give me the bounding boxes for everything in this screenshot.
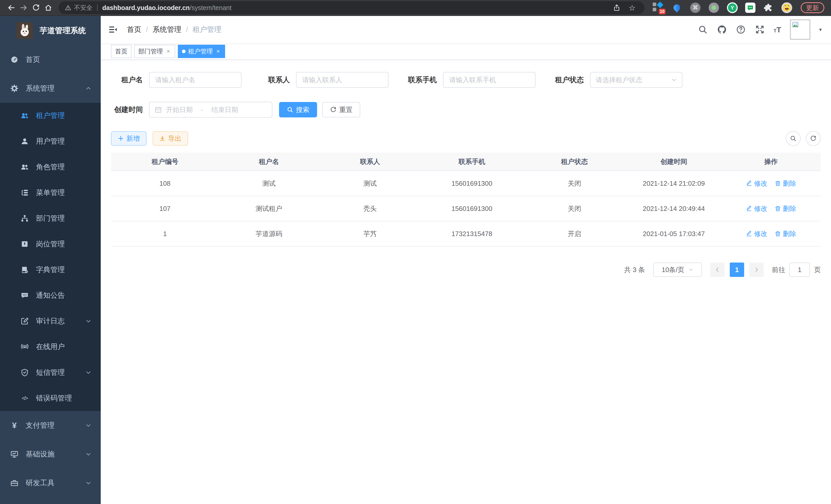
- date-separator: -: [201, 106, 203, 114]
- sidebar-item-system[interactable]: 系统管理: [0, 74, 101, 103]
- sidebar-item-post[interactable]: 岗位管理: [0, 231, 101, 257]
- table-row[interactable]: 108 测试 测试 15601691300 关闭 2021-12-14 21:0…: [111, 171, 821, 196]
- sidebar-item-infrastructure[interactable]: 基础设施: [0, 440, 101, 469]
- cell-tenant-id: 1: [111, 230, 219, 238]
- page-url[interactable]: dashboard.yudao.iocoder.cn/system/tenant: [102, 4, 231, 11]
- add-button[interactable]: 新增: [111, 131, 146, 146]
- table-toolbar: 新增 导出: [111, 131, 821, 146]
- extension-record-icon[interactable]: [708, 2, 719, 13]
- cell-mobile: 17321315478: [421, 230, 523, 238]
- sidebar-item-home[interactable]: 首页: [0, 45, 101, 74]
- cell-contact: 测试: [319, 179, 421, 188]
- browser-back-icon[interactable]: [5, 2, 18, 14]
- extension-y-icon[interactable]: Y: [727, 2, 738, 13]
- create-time-range-picker[interactable]: 开始日期 - 结束日期: [149, 102, 273, 118]
- status-select[interactable]: 请选择租户状态: [590, 72, 683, 88]
- sidebar-item-dept[interactable]: 部门管理: [0, 206, 101, 231]
- sidebar-item-audit-log[interactable]: 审计日志: [0, 308, 101, 334]
- sidebar-item-payment[interactable]: ¥ 支付管理: [0, 411, 101, 440]
- toggle-search-button[interactable]: [786, 131, 801, 146]
- breadcrumb-current: 租户管理: [193, 25, 222, 34]
- browser-update-button[interactable]: 更新: [801, 2, 824, 13]
- delete-link[interactable]: 删除: [775, 179, 796, 188]
- sidebar-item-role[interactable]: 角色管理: [0, 154, 101, 180]
- prev-page-button[interactable]: [710, 263, 725, 277]
- header-search-icon[interactable]: [698, 24, 708, 35]
- search-button[interactable]: 搜索: [279, 102, 317, 117]
- edit-link[interactable]: 修改: [746, 179, 768, 188]
- browser-reload-icon[interactable]: [30, 2, 42, 14]
- extension-pin-icon[interactable]: [671, 2, 683, 13]
- extension-grid-icon[interactable]: 10: [653, 2, 664, 13]
- extension-chat-icon[interactable]: [745, 3, 755, 13]
- goto-page-input[interactable]: [790, 263, 810, 277]
- text-size-icon[interactable]: TT: [774, 25, 781, 34]
- browser-forward-icon[interactable]: [18, 2, 30, 14]
- tab-dept[interactable]: 部门管理 ×: [134, 45, 175, 58]
- avatar[interactable]: [790, 19, 810, 40]
- sidebar-item-user[interactable]: 用户管理: [0, 128, 101, 154]
- share-icon[interactable]: [610, 2, 623, 14]
- mobile-input[interactable]: [443, 72, 536, 88]
- security-label[interactable]: 不安全: [74, 4, 92, 12]
- tags-view-bar: 首页 部门管理 × 租户管理 ×: [101, 43, 831, 60]
- tab-tenant[interactable]: 租户管理 ×: [178, 45, 225, 58]
- tab-home[interactable]: 首页: [111, 45, 132, 58]
- close-icon[interactable]: ×: [166, 48, 171, 55]
- sidebar-item-error-code[interactable]: </> 错误码管理: [0, 385, 101, 411]
- delete-link[interactable]: 删除: [775, 229, 796, 238]
- system-submenu: 租户管理 用户管理 角色管理 菜单管理: [0, 103, 101, 411]
- close-icon[interactable]: ×: [215, 48, 221, 55]
- table-row[interactable]: 1 芋道源码 芋艿 17321315478 开启 2021-01-05 17:0…: [111, 221, 821, 246]
- app-logo-row[interactable]: 芋道管理系统: [0, 16, 101, 45]
- github-icon[interactable]: [717, 24, 727, 35]
- browser-menu-icon[interactable]: ⋮: [829, 3, 831, 12]
- browser-home-icon[interactable]: [42, 2, 55, 14]
- cell-contact: 芋艿: [319, 229, 421, 238]
- bookmark-star-icon[interactable]: ☆: [626, 2, 638, 14]
- security-warning-icon: [65, 4, 71, 11]
- sidebar-collapse-icon[interactable]: [109, 25, 118, 34]
- filter-row-1: 租户名 联系人 联系手机 租户状态 请选择租户状态: [111, 72, 821, 88]
- delete-link[interactable]: 删除: [775, 204, 796, 213]
- sidebar-item-dev-tools[interactable]: 研发工具: [0, 469, 101, 497]
- sidebar-item-label: 角色管理: [36, 162, 65, 172]
- yen-icon: ¥: [10, 421, 19, 429]
- contact-input[interactable]: [296, 72, 389, 88]
- breadcrumb-system[interactable]: 系统管理: [153, 25, 181, 34]
- page-size-select[interactable]: 10条/页: [653, 263, 702, 277]
- tab-label: 部门管理: [138, 47, 163, 56]
- table-header-row: 租户编号 租户名 联系人 联系手机 租户状态 创建时间 操作: [111, 153, 821, 171]
- tenant-name-input[interactable]: [149, 72, 241, 88]
- sidebar-item-notice[interactable]: 通知公告: [0, 283, 101, 308]
- edit-link[interactable]: 修改: [746, 229, 768, 238]
- address-bar[interactable]: 不安全 dashboard.yudao.iocoder.cn/system/te…: [59, 1, 644, 14]
- code-icon: </>: [21, 394, 29, 402]
- monitor-icon: [10, 450, 19, 458]
- avatar-caret-icon[interactable]: ▾: [819, 26, 822, 33]
- extensions-puzzle-icon[interactable]: [763, 2, 774, 13]
- user-icon: [21, 137, 29, 145]
- help-icon[interactable]: [736, 24, 746, 35]
- reset-button[interactable]: 重置: [322, 102, 360, 117]
- sidebar-item-menu[interactable]: 菜单管理: [0, 180, 101, 206]
- cell-status: 开启: [523, 229, 626, 238]
- profile-avatar-icon[interactable]: [781, 2, 793, 13]
- edit-link[interactable]: 修改: [746, 204, 768, 213]
- table-row[interactable]: 107 测试租户 秃头 15601691300 关闭 2021-12-14 20…: [111, 196, 821, 221]
- sidebar-item-online-users[interactable]: 在线用户: [0, 334, 101, 360]
- log-edit-icon: [21, 317, 29, 325]
- refresh-table-button[interactable]: [806, 131, 821, 146]
- breadcrumb-home[interactable]: 首页: [127, 25, 141, 34]
- extension-command-icon[interactable]: ⌘: [690, 2, 701, 13]
- export-button[interactable]: 导出: [153, 131, 188, 146]
- app-logo: [17, 22, 33, 39]
- next-page-button[interactable]: [749, 263, 764, 277]
- users-icon: [21, 112, 29, 120]
- status-select-placeholder: 请选择租户状态: [596, 76, 642, 85]
- sidebar-item-sms[interactable]: 短信管理: [0, 360, 101, 385]
- sidebar-item-tenant[interactable]: 租户管理: [0, 103, 101, 128]
- sidebar-item-dict[interactable]: 字典管理: [0, 257, 101, 283]
- fullscreen-icon[interactable]: [755, 24, 765, 35]
- page-number-1[interactable]: 1: [730, 263, 744, 277]
